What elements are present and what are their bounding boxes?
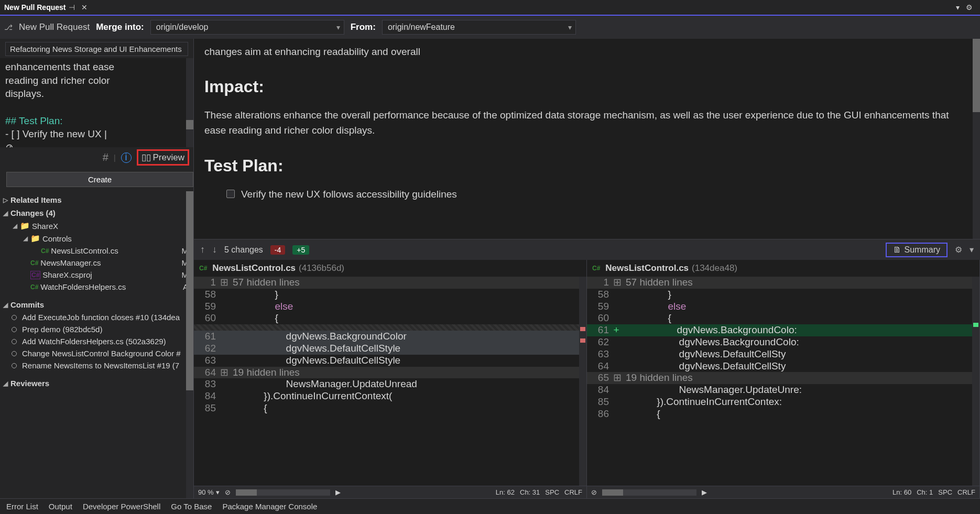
from-label: From:: [351, 22, 376, 32]
document-icon: 🗎: [893, 245, 901, 255]
line-ending: CRLF: [564, 488, 582, 496]
cs-file-icon: C#: [199, 265, 207, 272]
impact-text: These alterations enhance the overall pe…: [204, 107, 970, 138]
col-indicator: Ch: 31: [520, 488, 540, 496]
editor-line: displays.: [5, 88, 44, 99]
line-ending: CRLF: [957, 488, 975, 496]
file-item[interactable]: C# NewsManager.cs M: [0, 257, 193, 269]
editor-line: reading and richer color: [5, 75, 110, 86]
folder-controls[interactable]: ◢📁Controls: [0, 232, 193, 245]
commits-section[interactable]: ◢Commits: [0, 298, 193, 311]
editor-line: enhancements that ease: [5, 61, 114, 72]
col-indicator: Ch: 1: [917, 488, 933, 496]
file-item[interactable]: C# ShareX.csproj M: [0, 269, 193, 281]
preview-button-highlight: ▯▯ Preview: [137, 149, 189, 166]
testplan-heading: Test Plan:: [204, 153, 970, 179]
h-scrollbar[interactable]: [236, 489, 330, 496]
next-change-icon[interactable]: ↓: [212, 244, 217, 255]
no-issues-icon[interactable]: ⊘: [591, 488, 597, 496]
tab-go-to-base[interactable]: Go To Base: [171, 502, 212, 511]
diff-settings-icon[interactable]: ⚙: [955, 245, 962, 255]
code-scrollbar[interactable]: [579, 277, 586, 486]
description-editor[interactable]: enhancements that ease reading and riche…: [0, 58, 193, 147]
line-indicator: Ln: 62: [496, 488, 515, 496]
left-panel: enhancements that ease reading and riche…: [0, 39, 194, 498]
preview-button[interactable]: ▯▯ Preview: [141, 152, 184, 163]
status-left: 90 % ▾ ⊘ ▶ Ln: 62 Ch: 31 SPC CRLF: [194, 486, 586, 498]
tab-error-list[interactable]: Error List: [6, 502, 38, 511]
pr-toolbar: ⎇ New Pull Request Merge into: origin/de…: [0, 16, 980, 39]
code-right[interactable]: 1⊞57 hidden lines 58 } 59 else 60 { 61+ …: [587, 277, 979, 486]
right-panel: changes aim at enhancing readability and…: [194, 39, 980, 498]
impact-heading: Impact:: [204, 74, 970, 100]
diff-right: C# NewsListControl.cs (134dea48) 1⊞57 hi…: [587, 260, 980, 498]
commit-item[interactable]: Add WatchFoldersHelpers.cs (502a3629): [0, 335, 193, 347]
code-scrollbar[interactable]: [972, 277, 979, 486]
bottom-tabs: Error List Output Developer PowerShell G…: [0, 498, 980, 514]
commit-item[interactable]: Change NewsListControl Background Color …: [0, 347, 193, 359]
checkbox[interactable]: [226, 190, 235, 198]
window-title: New Pull Request: [4, 3, 66, 12]
cs-file-icon: C#: [30, 283, 38, 291]
tab-package-manager[interactable]: Package Manager Console: [222, 502, 317, 511]
diff-toolbar: ↑ ↓ 5 changes -4 +5 🗎 Summary ⚙ ▾: [194, 239, 980, 260]
code-left[interactable]: 1⊞57 hidden lines 58 } 59 else 60 { 61 d…: [194, 277, 586, 486]
commit-node-icon: [12, 315, 17, 320]
preview-text: changes aim at enhancing readability and…: [204, 44, 970, 59]
preview-icon: ▯▯: [141, 152, 151, 163]
cs-file-icon: C#: [41, 247, 49, 255]
cs-file-icon: C#: [30, 259, 38, 267]
info-icon[interactable]: i: [121, 152, 132, 163]
file-item[interactable]: C# WatchFoldersHelpers.cs A: [0, 281, 193, 293]
diff-panes: C# NewsListControl.cs (4136b56d) 1⊞57 hi…: [194, 260, 980, 498]
editor-scrollbar[interactable]: [186, 58, 193, 147]
pin-icon[interactable]: ⊣: [69, 3, 75, 12]
from-branch-select[interactable]: origin/newFeature: [382, 20, 576, 35]
editor-heading: ## Test Plan:: [5, 115, 63, 126]
merge-into-label: Merge into:: [96, 22, 144, 32]
prev-change-icon[interactable]: ↑: [200, 244, 205, 255]
preview-scrollbar[interactable]: [973, 39, 980, 239]
hash-icon[interactable]: #: [103, 151, 108, 163]
summary-button[interactable]: 🗎 Summary: [886, 243, 948, 257]
commit-node-icon: [12, 351, 17, 356]
h-scrollbar[interactable]: [602, 489, 696, 496]
commit-item[interactable]: Rename NewsItems to NewsItemsList #19 (7: [0, 359, 193, 371]
csproj-file-icon: C#: [30, 271, 40, 279]
additions-badge: +5: [292, 245, 309, 255]
chevron-down-icon[interactable]: ▾: [956, 3, 960, 12]
branch-icon: ⎇: [4, 23, 13, 31]
markdown-preview: changes aim at enhancing readability and…: [194, 39, 980, 239]
commit-node-icon: [12, 339, 17, 344]
file-header-right: C# NewsListControl.cs (134dea48): [587, 260, 979, 277]
commit-node-icon: [12, 363, 17, 368]
changes-section[interactable]: ◢Changes (4): [0, 206, 193, 220]
test-item: Verify the new UX follows accessibility …: [241, 187, 457, 202]
no-issues-icon[interactable]: ⊘: [225, 488, 231, 496]
commit-item[interactable]: Add ExecuteJob function closes #10 (134d…: [0, 311, 193, 323]
merge-branch-select[interactable]: origin/develop: [150, 20, 344, 35]
new-pr-label: New Pull Request: [19, 22, 90, 32]
indent-mode: SPC: [938, 488, 952, 496]
indent-mode: SPC: [545, 488, 559, 496]
reviewers-section[interactable]: ◢Reviewers: [0, 377, 193, 390]
pr-title-input[interactable]: [5, 42, 188, 56]
related-items-section[interactable]: ▷Related Items: [0, 193, 193, 206]
create-button[interactable]: Create: [6, 172, 193, 187]
changes-tree: ▷Related Items ◢Changes (4) ◢📁ShareX ◢📁C…: [0, 191, 193, 498]
tree-scrollbar[interactable]: [186, 191, 193, 498]
chevron-down-icon[interactable]: ▾: [970, 245, 974, 255]
tab-output[interactable]: Output: [49, 502, 72, 511]
tab-dev-powershell[interactable]: Developer PowerShell: [83, 502, 160, 511]
commit-item[interactable]: Prep demo (982bdc5d): [0, 323, 193, 335]
deletions-badge: -4: [270, 245, 285, 255]
close-icon[interactable]: ✕: [81, 3, 88, 12]
gear-icon[interactable]: ⚙: [966, 3, 973, 12]
file-header-left: C# NewsListControl.cs (4136b56d): [194, 260, 586, 277]
zoom-level[interactable]: 90 % ▾: [198, 488, 220, 496]
changes-count: 5 changes: [224, 245, 263, 255]
cs-file-icon: C#: [592, 265, 600, 272]
folder-sharex[interactable]: ◢📁ShareX: [0, 220, 193, 232]
file-item[interactable]: C# NewsListControl.cs M: [0, 245, 193, 257]
copilot-icon[interactable]: ⊘: [5, 142, 14, 147]
